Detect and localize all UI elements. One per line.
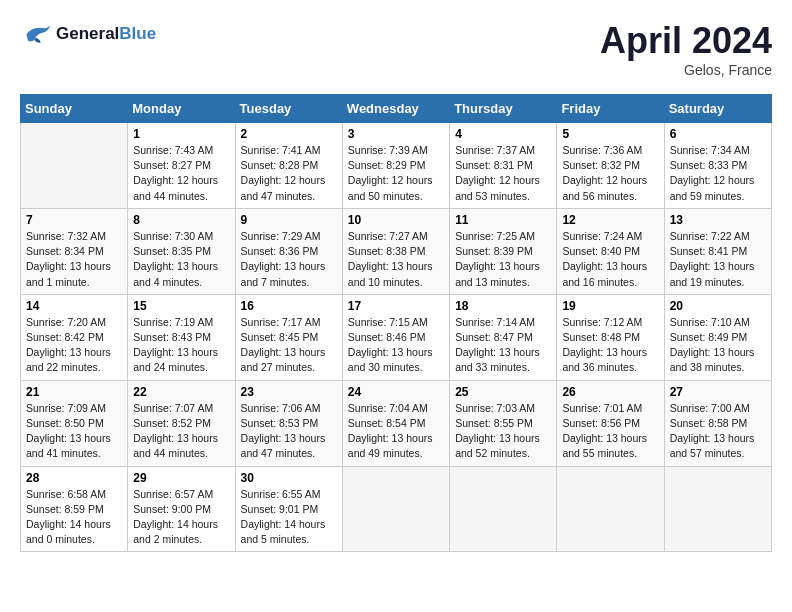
day-info: Sunrise: 7:32 AM Sunset: 8:34 PM Dayligh… [26, 229, 122, 290]
column-header-thursday: Thursday [450, 95, 557, 123]
day-info: Sunrise: 7:01 AM Sunset: 8:56 PM Dayligh… [562, 401, 658, 462]
day-number: 15 [133, 299, 229, 313]
calendar-cell: 24Sunrise: 7:04 AM Sunset: 8:54 PM Dayli… [342, 380, 449, 466]
calendar-cell [21, 123, 128, 209]
day-number: 7 [26, 213, 122, 227]
day-info: Sunrise: 7:10 AM Sunset: 8:49 PM Dayligh… [670, 315, 766, 376]
calendar-cell: 7Sunrise: 7:32 AM Sunset: 8:34 PM Daylig… [21, 208, 128, 294]
day-info: Sunrise: 7:07 AM Sunset: 8:52 PM Dayligh… [133, 401, 229, 462]
day-info: Sunrise: 6:55 AM Sunset: 9:01 PM Dayligh… [241, 487, 337, 548]
logo-text: GeneralBlue [56, 24, 156, 44]
day-info: Sunrise: 7:30 AM Sunset: 8:35 PM Dayligh… [133, 229, 229, 290]
calendar-cell: 12Sunrise: 7:24 AM Sunset: 8:40 PM Dayli… [557, 208, 664, 294]
day-info: Sunrise: 7:03 AM Sunset: 8:55 PM Dayligh… [455, 401, 551, 462]
calendar-cell [557, 466, 664, 552]
day-number: 30 [241, 471, 337, 485]
day-info: Sunrise: 7:29 AM Sunset: 8:36 PM Dayligh… [241, 229, 337, 290]
calendar-cell: 4Sunrise: 7:37 AM Sunset: 8:31 PM Daylig… [450, 123, 557, 209]
calendar-cell: 19Sunrise: 7:12 AM Sunset: 8:48 PM Dayli… [557, 294, 664, 380]
calendar-cell: 18Sunrise: 7:14 AM Sunset: 8:47 PM Dayli… [450, 294, 557, 380]
column-header-sunday: Sunday [21, 95, 128, 123]
day-number: 2 [241, 127, 337, 141]
calendar-cell: 26Sunrise: 7:01 AM Sunset: 8:56 PM Dayli… [557, 380, 664, 466]
day-number: 26 [562, 385, 658, 399]
day-info: Sunrise: 7:12 AM Sunset: 8:48 PM Dayligh… [562, 315, 658, 376]
day-number: 17 [348, 299, 444, 313]
calendar-cell [342, 466, 449, 552]
day-number: 20 [670, 299, 766, 313]
column-header-tuesday: Tuesday [235, 95, 342, 123]
day-info: Sunrise: 6:57 AM Sunset: 9:00 PM Dayligh… [133, 487, 229, 548]
calendar-week-2: 7Sunrise: 7:32 AM Sunset: 8:34 PM Daylig… [21, 208, 772, 294]
day-number: 12 [562, 213, 658, 227]
calendar-cell: 29Sunrise: 6:57 AM Sunset: 9:00 PM Dayli… [128, 466, 235, 552]
calendar-cell: 30Sunrise: 6:55 AM Sunset: 9:01 PM Dayli… [235, 466, 342, 552]
calendar-cell: 6Sunrise: 7:34 AM Sunset: 8:33 PM Daylig… [664, 123, 771, 209]
day-info: Sunrise: 6:58 AM Sunset: 8:59 PM Dayligh… [26, 487, 122, 548]
calendar-cell: 5Sunrise: 7:36 AM Sunset: 8:32 PM Daylig… [557, 123, 664, 209]
month-title: April 2024 [600, 20, 772, 62]
day-info: Sunrise: 7:25 AM Sunset: 8:39 PM Dayligh… [455, 229, 551, 290]
calendar-cell [664, 466, 771, 552]
day-number: 29 [133, 471, 229, 485]
calendar-table: SundayMondayTuesdayWednesdayThursdayFrid… [20, 94, 772, 552]
calendar-week-3: 14Sunrise: 7:20 AM Sunset: 8:42 PM Dayli… [21, 294, 772, 380]
day-number: 3 [348, 127, 444, 141]
day-number: 9 [241, 213, 337, 227]
calendar-cell: 3Sunrise: 7:39 AM Sunset: 8:29 PM Daylig… [342, 123, 449, 209]
calendar-cell [450, 466, 557, 552]
calendar-week-1: 1Sunrise: 7:43 AM Sunset: 8:27 PM Daylig… [21, 123, 772, 209]
day-number: 5 [562, 127, 658, 141]
day-number: 4 [455, 127, 551, 141]
location: Gelos, France [600, 62, 772, 78]
day-info: Sunrise: 7:04 AM Sunset: 8:54 PM Dayligh… [348, 401, 444, 462]
day-info: Sunrise: 7:15 AM Sunset: 8:46 PM Dayligh… [348, 315, 444, 376]
day-number: 6 [670, 127, 766, 141]
calendar-cell: 1Sunrise: 7:43 AM Sunset: 8:27 PM Daylig… [128, 123, 235, 209]
title-block: April 2024 Gelos, France [600, 20, 772, 78]
day-info: Sunrise: 7:20 AM Sunset: 8:42 PM Dayligh… [26, 315, 122, 376]
calendar-body: 1Sunrise: 7:43 AM Sunset: 8:27 PM Daylig… [21, 123, 772, 552]
day-number: 14 [26, 299, 122, 313]
calendar-cell: 8Sunrise: 7:30 AM Sunset: 8:35 PM Daylig… [128, 208, 235, 294]
calendar-cell: 28Sunrise: 6:58 AM Sunset: 8:59 PM Dayli… [21, 466, 128, 552]
column-header-friday: Friday [557, 95, 664, 123]
day-info: Sunrise: 7:34 AM Sunset: 8:33 PM Dayligh… [670, 143, 766, 204]
day-number: 1 [133, 127, 229, 141]
day-info: Sunrise: 7:22 AM Sunset: 8:41 PM Dayligh… [670, 229, 766, 290]
day-info: Sunrise: 7:39 AM Sunset: 8:29 PM Dayligh… [348, 143, 444, 204]
day-info: Sunrise: 7:37 AM Sunset: 8:31 PM Dayligh… [455, 143, 551, 204]
day-number: 24 [348, 385, 444, 399]
day-info: Sunrise: 7:14 AM Sunset: 8:47 PM Dayligh… [455, 315, 551, 376]
day-number: 23 [241, 385, 337, 399]
calendar-cell: 14Sunrise: 7:20 AM Sunset: 8:42 PM Dayli… [21, 294, 128, 380]
column-header-saturday: Saturday [664, 95, 771, 123]
calendar-cell: 13Sunrise: 7:22 AM Sunset: 8:41 PM Dayli… [664, 208, 771, 294]
calendar-header: SundayMondayTuesdayWednesdayThursdayFrid… [21, 95, 772, 123]
day-info: Sunrise: 7:17 AM Sunset: 8:45 PM Dayligh… [241, 315, 337, 376]
calendar-week-5: 28Sunrise: 6:58 AM Sunset: 8:59 PM Dayli… [21, 466, 772, 552]
calendar-cell: 20Sunrise: 7:10 AM Sunset: 8:49 PM Dayli… [664, 294, 771, 380]
day-info: Sunrise: 7:43 AM Sunset: 8:27 PM Dayligh… [133, 143, 229, 204]
day-info: Sunrise: 7:19 AM Sunset: 8:43 PM Dayligh… [133, 315, 229, 376]
day-info: Sunrise: 7:41 AM Sunset: 8:28 PM Dayligh… [241, 143, 337, 204]
day-number: 13 [670, 213, 766, 227]
day-info: Sunrise: 7:00 AM Sunset: 8:58 PM Dayligh… [670, 401, 766, 462]
calendar-cell: 23Sunrise: 7:06 AM Sunset: 8:53 PM Dayli… [235, 380, 342, 466]
day-number: 8 [133, 213, 229, 227]
day-info: Sunrise: 7:24 AM Sunset: 8:40 PM Dayligh… [562, 229, 658, 290]
day-number: 22 [133, 385, 229, 399]
column-header-wednesday: Wednesday [342, 95, 449, 123]
day-info: Sunrise: 7:06 AM Sunset: 8:53 PM Dayligh… [241, 401, 337, 462]
calendar-cell: 11Sunrise: 7:25 AM Sunset: 8:39 PM Dayli… [450, 208, 557, 294]
day-number: 11 [455, 213, 551, 227]
day-number: 19 [562, 299, 658, 313]
calendar-cell: 10Sunrise: 7:27 AM Sunset: 8:38 PM Dayli… [342, 208, 449, 294]
day-number: 21 [26, 385, 122, 399]
calendar-cell: 9Sunrise: 7:29 AM Sunset: 8:36 PM Daylig… [235, 208, 342, 294]
day-number: 27 [670, 385, 766, 399]
calendar-cell: 2Sunrise: 7:41 AM Sunset: 8:28 PM Daylig… [235, 123, 342, 209]
calendar-cell: 15Sunrise: 7:19 AM Sunset: 8:43 PM Dayli… [128, 294, 235, 380]
day-number: 18 [455, 299, 551, 313]
day-number: 28 [26, 471, 122, 485]
